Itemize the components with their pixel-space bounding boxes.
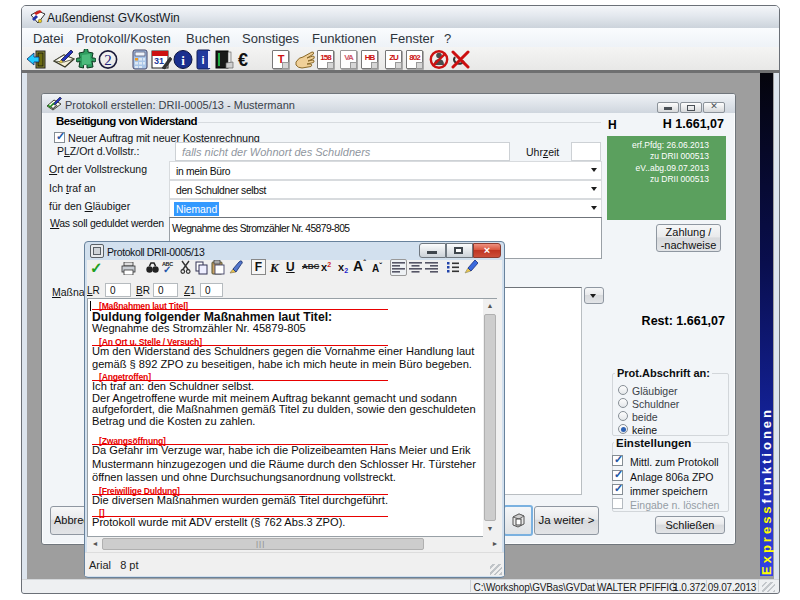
svg-text:i: i: [201, 54, 204, 66]
svg-text:31: 31: [154, 56, 164, 66]
svg-text:2: 2: [104, 52, 112, 68]
svg-text:i: i: [181, 53, 185, 68]
